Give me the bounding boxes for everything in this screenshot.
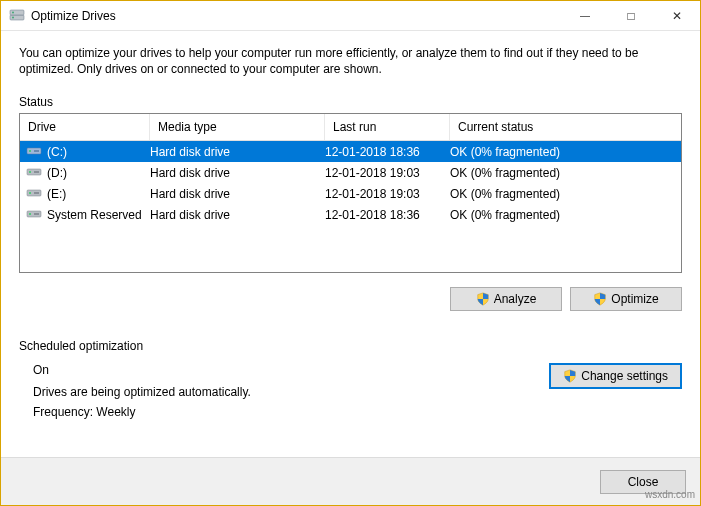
close-window-button[interactable]: [654, 1, 700, 31]
svg-rect-12: [34, 192, 39, 194]
description-text: You can optimize your drives to help you…: [19, 45, 682, 77]
drive-name: (D:): [47, 166, 67, 180]
table-row[interactable]: (C:)Hard disk drive12-01-2018 18:36OK (0…: [20, 141, 681, 162]
titlebar: Optimize Drives: [1, 1, 700, 31]
status-cell: OK (0% fragmented): [450, 187, 681, 201]
scheduled-freq: Frequency: Weekly: [33, 405, 529, 419]
maximize-button[interactable]: [608, 1, 654, 31]
list-body: (C:)Hard disk drive12-01-2018 18:36OK (0…: [20, 141, 681, 225]
drive-cell: System Reserved: [26, 205, 150, 224]
list-header: Drive Media type Last run Current status: [20, 114, 681, 141]
close-label: Close: [628, 475, 659, 489]
scheduled-label: Scheduled optimization: [19, 339, 682, 353]
media-cell: Hard disk drive: [150, 166, 325, 180]
optimize-drives-window: Optimize Drives You can optimize your dr…: [0, 0, 701, 506]
scheduled-optimization-section: Scheduled optimization On Drives are bei…: [19, 339, 682, 425]
drive-cell: (E:): [26, 184, 150, 203]
svg-point-11: [29, 192, 31, 194]
app-icon: [9, 8, 25, 24]
scheduled-on: On: [33, 363, 529, 377]
table-row[interactable]: (D:)Hard disk drive12-01-2018 19:03OK (0…: [20, 162, 681, 183]
drive-cell: (C:): [26, 142, 150, 161]
window-title: Optimize Drives: [31, 9, 116, 23]
svg-rect-6: [34, 150, 39, 152]
content-area: You can optimize your drives to help you…: [1, 31, 700, 457]
minimize-button[interactable]: [562, 1, 608, 31]
svg-point-5: [29, 150, 31, 152]
drive-name: System Reserved: [47, 208, 142, 222]
watermark: wsxdn.com: [645, 489, 695, 500]
svg-point-14: [29, 213, 31, 215]
svg-point-8: [29, 171, 31, 173]
drive-name: (C:): [47, 145, 67, 159]
status-cell: OK (0% fragmented): [450, 166, 681, 180]
lastrun-cell: 12-01-2018 18:36: [325, 145, 450, 159]
column-header-drive[interactable]: Drive: [20, 114, 150, 140]
svg-point-3: [12, 11, 14, 13]
analyze-button[interactable]: Analyze: [450, 287, 562, 311]
scheduled-text: On Drives are being optimized automatica…: [19, 363, 529, 425]
drives-list: Drive Media type Last run Current status…: [19, 113, 682, 273]
drive-icon: [26, 205, 42, 224]
drive-icon: [26, 142, 42, 161]
lastrun-cell: 12-01-2018 18:36: [325, 208, 450, 222]
lastrun-cell: 12-01-2018 19:03: [325, 187, 450, 201]
lastrun-cell: 12-01-2018 19:03: [325, 166, 450, 180]
drive-name: (E:): [47, 187, 66, 201]
optimize-label: Optimize: [611, 292, 658, 306]
shield-icon: [563, 369, 577, 383]
shield-icon: [476, 292, 490, 306]
drive-icon: [26, 184, 42, 203]
column-header-media[interactable]: Media type: [150, 114, 325, 140]
status-label: Status: [19, 95, 682, 109]
column-header-status[interactable]: Current status: [450, 114, 681, 140]
svg-rect-9: [34, 171, 39, 173]
drive-icon: [26, 163, 42, 182]
optimize-button[interactable]: Optimize: [570, 287, 682, 311]
svg-point-1: [12, 16, 14, 18]
status-cell: OK (0% fragmented): [450, 145, 681, 159]
scheduled-desc: Drives are being optimized automatically…: [33, 385, 529, 399]
action-button-row: Analyze Optimize: [19, 287, 682, 311]
drive-cell: (D:): [26, 163, 150, 182]
media-cell: Hard disk drive: [150, 208, 325, 222]
table-row[interactable]: (E:)Hard disk drive12-01-2018 19:03OK (0…: [20, 183, 681, 204]
status-cell: OK (0% fragmented): [450, 208, 681, 222]
analyze-label: Analyze: [494, 292, 537, 306]
table-row[interactable]: System ReservedHard disk drive12-01-2018…: [20, 204, 681, 225]
change-settings-label: Change settings: [581, 369, 668, 383]
svg-rect-15: [34, 213, 39, 215]
media-cell: Hard disk drive: [150, 187, 325, 201]
column-header-lastrun[interactable]: Last run: [325, 114, 450, 140]
bottom-bar: Close: [1, 457, 700, 505]
change-settings-button[interactable]: Change settings: [549, 363, 682, 389]
media-cell: Hard disk drive: [150, 145, 325, 159]
shield-icon: [593, 292, 607, 306]
